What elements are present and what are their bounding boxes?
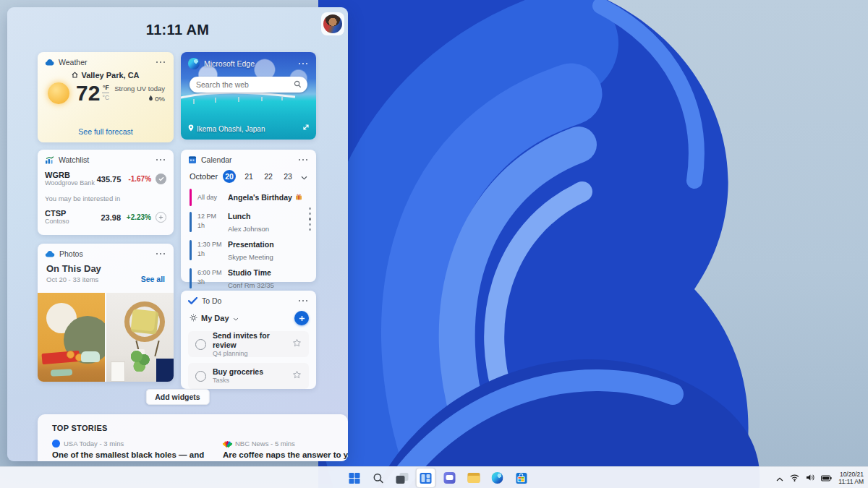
event-subtitle: Skype Meeting [228, 253, 273, 261]
weather-location: Valley Park, CA [81, 71, 139, 80]
scroll-indicator[interactable] [309, 207, 312, 231]
chat-button[interactable] [441, 468, 459, 487]
sun-outline-icon [190, 314, 197, 323]
news-story[interactable]: USA Today - 3 mins One of the smallest b… [52, 440, 190, 459]
widgets-button[interactable] [417, 468, 435, 487]
watchlist-more-icon[interactable] [155, 158, 167, 163]
watchlist-note: You may be interested in [45, 194, 166, 202]
task-view-button[interactable] [393, 468, 412, 487]
event-duration: 3h [197, 278, 205, 286]
expand-arrow-icon[interactable] [302, 121, 310, 134]
top-stories-heading: TOP STORIES [52, 424, 348, 432]
nbc-news-logo-icon [223, 440, 231, 448]
date-21[interactable]: 21 [242, 172, 255, 181]
task-item[interactable]: Buy groceries Tasks [188, 363, 309, 389]
star-icon[interactable] [292, 338, 302, 351]
onedrive-cloud-icon [45, 250, 55, 257]
stock-row[interactable]: WGRB Woodgrove Bank 435.75 -1.67% [38, 171, 174, 187]
edge-widget[interactable]: Microsoft Edge Ikema Ohashi, Japan [181, 52, 316, 140]
news-story[interactable]: NBC News - 5 mins Are coffee naps the an… [223, 440, 348, 459]
calendar-event[interactable]: 6:00 PM3h Studio TimeConf Rm 32/35 [190, 268, 309, 291]
add-task-button[interactable] [294, 311, 309, 325]
profile-button[interactable] [321, 12, 344, 35]
task-title: Send invites for review [213, 331, 286, 350]
edge-button[interactable] [488, 468, 507, 487]
calendar-event[interactable]: 1:30 PM1h PresentationSkype Meeting [190, 240, 309, 262]
watchlist-widget[interactable]: Watchlist WGRB Woodgrove Bank 435.75 -1.… [38, 150, 174, 235]
task-item[interactable]: Send invites for review Q4 planning [188, 331, 309, 357]
calendar-more-icon[interactable] [297, 158, 310, 163]
stock-price: 435.75 [97, 175, 122, 184]
file-explorer-button[interactable] [464, 468, 483, 487]
edge-more-icon[interactable] [297, 61, 310, 67]
calendar-chevron-down-icon[interactable] [301, 170, 307, 183]
see-full-forecast-link[interactable]: See full forecast [38, 127, 174, 136]
calendar-event[interactable]: 12 PM1h LunchAlex Johnson [190, 212, 309, 234]
todo-title: To Do [202, 296, 293, 305]
sun-icon [48, 82, 69, 104]
todo-check-icon [188, 297, 197, 304]
story-source: NBC News - 5 mins [235, 440, 295, 448]
stock-change: +2.23% [121, 213, 151, 221]
event-time: All day [197, 189, 228, 206]
battery-icon[interactable] [821, 471, 832, 484]
desktop: 11:11 AM Weather Valley Park, CA [0, 0, 868, 488]
added-check-icon[interactable] [156, 174, 166, 184]
watchlist-title: Watchlist [59, 155, 150, 164]
story-headline[interactable]: Are coffee naps the answer to your [223, 450, 348, 459]
weather-location-row[interactable]: Valley Park, CA [38, 71, 174, 80]
unit-toggle[interactable]: °F °C [102, 84, 109, 101]
photos-heading: On This Day [46, 263, 174, 274]
event-title: Lunch [228, 212, 269, 221]
edge-logo-icon [188, 58, 200, 69]
tray-chevron-up-icon[interactable] [776, 471, 783, 484]
stock-price: 23.98 [97, 213, 121, 222]
star-icon[interactable] [292, 369, 302, 382]
date-23[interactable]: 23 [281, 172, 294, 181]
task-checkbox[interactable] [195, 371, 206, 382]
edge-search-input[interactable] [196, 80, 294, 89]
gift-icon [295, 193, 302, 202]
weather-more-icon[interactable] [155, 60, 167, 65]
see-all-link[interactable]: See all [141, 275, 165, 283]
wifi-icon[interactable] [790, 471, 799, 484]
photos-widget[interactable]: Photos On This Day Oct 20 - 33 items See… [38, 244, 174, 382]
event-subtitle: Conf Rm 32/35 [228, 281, 274, 289]
store-button[interactable] [512, 468, 531, 487]
my-day-selector[interactable]: My Day [190, 314, 294, 323]
event-subtitle: Alex Johnson [228, 225, 269, 233]
start-button[interactable] [345, 468, 364, 487]
photos-more-icon[interactable] [155, 252, 167, 257]
home-icon [72, 71, 78, 80]
add-stock-icon[interactable] [156, 212, 166, 223]
edge-title: Microsoft Edge [204, 59, 293, 68]
photo-thumbnail[interactable] [38, 293, 105, 382]
top-stories-card: TOP STORIES USA Today - 3 mins One of th… [38, 414, 348, 461]
clock-tray[interactable]: 10/20/21 11:11 AM [838, 471, 864, 485]
task-checkbox[interactable] [195, 339, 206, 350]
calendar-event[interactable]: All day Angela's Birthday [190, 189, 309, 206]
todo-widget[interactable]: To Do My Day [181, 291, 316, 389]
event-color-bar [190, 240, 192, 260]
search-button[interactable] [369, 468, 388, 487]
unit-fahrenheit[interactable]: °F [103, 84, 109, 91]
event-title: Presentation [228, 240, 274, 249]
volume-icon[interactable] [806, 471, 814, 484]
task-subtitle: Q4 planning [213, 350, 286, 358]
story-headline[interactable]: One of the smallest black holes — and [52, 450, 190, 459]
edge-search-box[interactable] [190, 77, 307, 93]
date-20-selected[interactable]: 20 [223, 170, 236, 183]
unit-celsius[interactable]: °C [103, 94, 110, 101]
watchlist-chart-icon [45, 156, 54, 164]
todo-more-icon[interactable] [297, 299, 310, 304]
add-widgets-button[interactable]: Add widgets [145, 389, 209, 405]
stock-symbol: CTSP [45, 209, 97, 218]
calendar-widget[interactable]: Calendar October 20 21 22 23 All [181, 150, 316, 282]
photo-thumbnail[interactable] [106, 293, 174, 382]
weather-widget[interactable]: Weather Valley Park, CA 72 °F °C [38, 52, 174, 142]
stock-row[interactable]: CTSP Contoso 23.98 +2.23% [38, 209, 174, 226]
calendar-title: Calendar [201, 155, 293, 164]
search-icon [294, 78, 302, 91]
event-time: 12 PM [197, 213, 216, 220]
date-22[interactable]: 22 [262, 172, 275, 181]
